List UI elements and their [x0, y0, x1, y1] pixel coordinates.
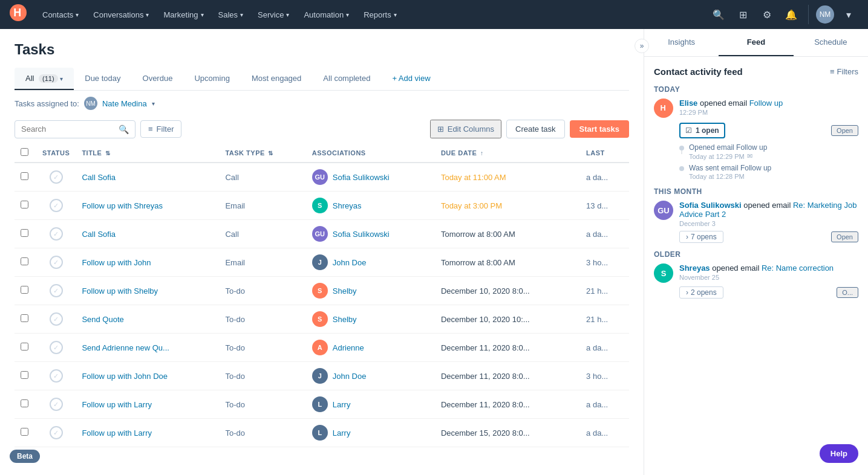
- settings-icon[interactable]: ⚙: [757, 5, 777, 24]
- row-checkbox[interactable]: [21, 428, 28, 436]
- task-type-header[interactable]: TASK TYPE ⇅: [219, 143, 305, 163]
- row-checkbox[interactable]: [21, 399, 28, 407]
- elise-open-box[interactable]: ☑ 1 open: [679, 123, 725, 138]
- panel-collapse-button[interactable]: »: [635, 39, 649, 53]
- shreyas-open-button[interactable]: O...: [837, 287, 858, 298]
- shreyas-opens-expand[interactable]: › 2 opens: [679, 286, 723, 299]
- apps-icon[interactable]: ⊞: [733, 5, 752, 24]
- user-avatar[interactable]: NM: [816, 5, 834, 24]
- search-input[interactable]: [21, 124, 115, 134]
- task-title-link[interactable]: Call Sofia: [82, 230, 116, 239]
- row-checkbox[interactable]: [21, 286, 28, 294]
- status-icon[interactable]: ✓: [50, 227, 63, 241]
- nav-conversations[interactable]: Conversations ▾: [87, 0, 155, 29]
- row-checkbox[interactable]: [21, 343, 28, 351]
- nav-contacts[interactable]: Contacts ▾: [36, 0, 85, 29]
- row-checkbox-cell[interactable]: [15, 390, 36, 419]
- task-title-link[interactable]: Send Quote: [82, 315, 123, 324]
- assoc-name-link[interactable]: Adrienne: [333, 343, 364, 352]
- shreyas-name-link[interactable]: Shreyas: [679, 263, 710, 273]
- row-checkbox[interactable]: [21, 172, 28, 180]
- hubspot-logo[interactable]: H: [10, 4, 27, 25]
- tab-all-completed[interactable]: All completed: [312, 68, 381, 90]
- assoc-name-link[interactable]: John Doe: [333, 372, 367, 381]
- sofia-open-button[interactable]: Open: [831, 231, 858, 242]
- task-title-link[interactable]: Follow up with John Doe: [82, 372, 168, 381]
- elise-open-button[interactable]: Open: [831, 125, 858, 136]
- account-chevron[interactable]: ▾: [839, 5, 858, 24]
- row-associations[interactable]: GU Sofia Sulikowski: [306, 163, 435, 192]
- row-checkbox-cell[interactable]: [15, 220, 36, 248]
- row-checkbox-cell[interactable]: [15, 334, 36, 362]
- row-checkbox-cell[interactable]: [15, 419, 36, 447]
- row-title[interactable]: Follow up with John: [76, 248, 219, 277]
- nav-reports[interactable]: Reports ▾: [357, 0, 403, 29]
- filter-button[interactable]: ≡ Filter: [140, 120, 181, 138]
- nav-automation[interactable]: Automation ▾: [298, 0, 355, 29]
- panel-tab-feed[interactable]: Feed: [719, 29, 793, 56]
- row-status[interactable]: ✓: [36, 277, 76, 305]
- assoc-name-link[interactable]: Sofia Sulikowski: [333, 173, 390, 182]
- search-icon[interactable]: 🔍: [709, 5, 728, 24]
- task-title-link[interactable]: Call Sofia: [82, 173, 116, 182]
- edit-columns-button[interactable]: ⊞ Edit Columns: [430, 120, 501, 138]
- nav-sales[interactable]: Sales ▾: [212, 0, 250, 29]
- row-status[interactable]: ✓: [36, 248, 76, 277]
- search-box[interactable]: 🔍: [15, 120, 135, 138]
- assoc-name-link[interactable]: Sofia Sulikowski: [333, 230, 390, 239]
- row-status[interactable]: ✓: [36, 163, 76, 192]
- task-title-link[interactable]: Follow up with Larry: [82, 400, 152, 409]
- row-checkbox-cell[interactable]: [15, 305, 36, 334]
- status-icon[interactable]: ✓: [50, 199, 63, 212]
- row-checkbox-cell[interactable]: [15, 163, 36, 192]
- row-checkbox[interactable]: [21, 371, 28, 379]
- row-associations[interactable]: A Adrienne: [306, 334, 435, 362]
- start-tasks-button[interactable]: Start tasks: [570, 120, 629, 138]
- row-status[interactable]: ✓: [36, 334, 76, 362]
- task-title-link[interactable]: Follow up with Shelby: [82, 286, 158, 296]
- sofia-opens-expand[interactable]: › 7 opens: [679, 231, 723, 243]
- row-title[interactable]: Call Sofia: [76, 220, 219, 248]
- row-status[interactable]: ✓: [36, 362, 76, 390]
- row-associations[interactable]: J John Doe: [306, 362, 435, 390]
- assoc-name-link[interactable]: John Doe: [333, 258, 367, 267]
- row-title[interactable]: Follow up with Shelby: [76, 277, 219, 305]
- sofia-name-link[interactable]: Sofia Sulikowski: [679, 201, 742, 210]
- assoc-name-link[interactable]: Shelby: [333, 286, 357, 296]
- tab-upcoming[interactable]: Upcoming: [183, 68, 241, 90]
- row-associations[interactable]: S Shelby: [306, 305, 435, 334]
- tab-overdue[interactable]: Overdue: [132, 68, 184, 90]
- row-checkbox[interactable]: [21, 257, 28, 265]
- status-icon[interactable]: ✓: [50, 170, 63, 184]
- row-title[interactable]: Send Quote: [76, 305, 219, 334]
- assigned-chevron[interactable]: ▾: [152, 100, 155, 107]
- follow-up-link[interactable]: Follow up: [749, 99, 783, 108]
- tab-due-today[interactable]: Due today: [74, 68, 131, 90]
- tab-add-view[interactable]: + Add view: [381, 68, 441, 90]
- row-checkbox-cell[interactable]: [15, 362, 36, 390]
- assoc-name-link[interactable]: Shreyas: [333, 201, 362, 210]
- assoc-name-link[interactable]: Larry: [333, 400, 351, 409]
- status-icon[interactable]: ✓: [50, 398, 63, 411]
- row-associations[interactable]: J John Doe: [306, 248, 435, 277]
- assigned-name[interactable]: Nate Medina: [102, 99, 147, 108]
- row-associations[interactable]: L Larry: [306, 419, 435, 447]
- select-all-checkbox[interactable]: [21, 148, 28, 156]
- shreyas-email-link[interactable]: Re: Name correction: [762, 263, 834, 273]
- row-checkbox-cell[interactable]: [15, 248, 36, 277]
- panel-tab-insights[interactable]: Insights: [644, 29, 719, 56]
- due-date-header[interactable]: DUE DATE ↑: [435, 143, 580, 163]
- status-icon[interactable]: ✓: [50, 256, 63, 269]
- row-checkbox[interactable]: [21, 314, 28, 322]
- assoc-name-link[interactable]: Shelby: [333, 315, 357, 324]
- nav-service[interactable]: Service ▾: [252, 0, 295, 29]
- row-associations[interactable]: S Shelby: [306, 277, 435, 305]
- task-title-link[interactable]: Follow up with John: [82, 258, 151, 267]
- row-title[interactable]: Call Sofia: [76, 163, 219, 192]
- status-icon[interactable]: ✓: [50, 369, 63, 383]
- row-status[interactable]: ✓: [36, 305, 76, 334]
- beta-badge[interactable]: Beta: [10, 450, 40, 463]
- row-associations[interactable]: GU Sofia Sulikowski: [306, 220, 435, 248]
- assoc-name-link[interactable]: Larry: [333, 428, 351, 438]
- row-status[interactable]: ✓: [36, 192, 76, 220]
